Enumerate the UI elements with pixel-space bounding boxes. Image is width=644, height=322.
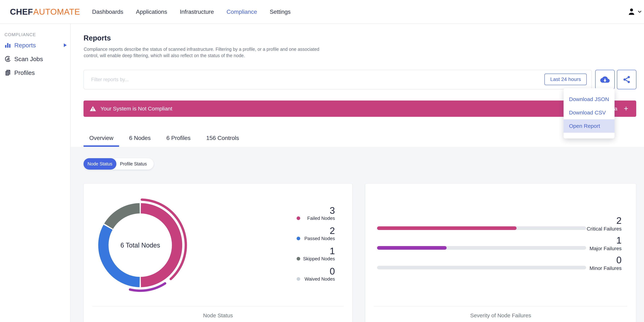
- compliance-banner: Your System is Not Compliant Add Data +: [84, 100, 636, 117]
- card-divider: [92, 306, 344, 306]
- severity-count: 1: [590, 235, 622, 245]
- nav-item-settings[interactable]: Settings: [270, 8, 291, 15]
- filter-row: Filter reports by... Last 24 hours: [84, 70, 636, 89]
- legend-label: Waived Nodes: [304, 276, 335, 282]
- nav-item-dashboards[interactable]: Dashboards: [92, 8, 124, 15]
- donut-center-label: 6 Total Nodes: [86, 242, 194, 249]
- main-nav: DashboardsApplicationsInfrastructureComp…: [92, 8, 303, 15]
- tab-overview[interactable]: Overview: [89, 135, 113, 147]
- sidebar: COMPLIANCE ReportsScan JobsProfiles: [0, 24, 71, 322]
- severity-caption: Severity of Node Failures: [365, 312, 636, 318]
- chef-automate-logo[interactable]: CHEF AUTOMATE: [10, 7, 80, 17]
- severity-bar-fill: [377, 226, 516, 230]
- legend-row: Waived Nodes: [296, 276, 335, 282]
- warning-triangle-icon: [90, 106, 96, 112]
- filter-placeholder: Filter reports by...: [91, 77, 129, 82]
- user-avatar-icon: [627, 8, 636, 16]
- nav-item-applications[interactable]: Applications: [136, 8, 167, 15]
- donut-segment-skipped-nodes[interactable]: [109, 208, 140, 226]
- overview-section: Node StatusProfile Status 6 Total Nodes …: [71, 147, 644, 322]
- tab-6-profiles[interactable]: 6 Profiles: [166, 135, 190, 147]
- bar-chart-icon: [4, 42, 12, 49]
- toggle-node-status[interactable]: Node Status: [84, 158, 116, 170]
- sidebar-item-label: Scan Jobs: [14, 56, 43, 62]
- share-icon: [622, 76, 631, 84]
- page-description: Compliance reports describe the status o…: [71, 46, 324, 59]
- main-content: Reports Compliance reports describe the …: [71, 24, 644, 322]
- share-button[interactable]: [617, 70, 636, 89]
- legend-row: Skipped Nodes: [296, 256, 335, 262]
- severity-bar-track-minor-failures: [377, 266, 586, 270]
- report-tabs: Overview6 Nodes6 Profiles156 Controls: [84, 135, 255, 147]
- legend-dot-skipped-nodes: [296, 257, 300, 260]
- donut-segment-passed-nodes[interactable]: [104, 227, 140, 282]
- legend-label: Failed Nodes: [307, 216, 335, 221]
- node-status-caption: Node Status: [84, 312, 352, 318]
- toggle-profile-status[interactable]: Profile Status: [116, 161, 154, 166]
- time-range-button[interactable]: Last 24 hours: [544, 74, 587, 85]
- severity-card: 2Critical Failures1Major Failures0Minor …: [365, 184, 636, 322]
- legend-count-skipped-nodes: 1: [296, 246, 335, 256]
- download-menu: Download JSONDownload CSVOpen Report: [564, 88, 614, 138]
- plus-icon: +: [624, 106, 628, 111]
- download-button[interactable]: [595, 70, 615, 89]
- severity-bar-track-critical-failures: [377, 226, 586, 230]
- node-status-card: 6 Total Nodes 3Failed Nodes2Passed Nodes…: [84, 184, 352, 322]
- status-toggle: Node StatusProfile Status: [84, 158, 154, 170]
- logo-chef: CHEF: [10, 7, 33, 17]
- legend-label: Skipped Nodes: [303, 256, 335, 262]
- tab-156-controls[interactable]: 156 Controls: [206, 135, 239, 147]
- severity-label: Minor Failures: [590, 265, 622, 272]
- sidebar-item-label: Reports: [14, 42, 36, 49]
- severity-count: 2: [587, 216, 622, 226]
- severity-label: Major Failures: [590, 245, 622, 252]
- sidebar-section-label: COMPLIANCE: [4, 32, 70, 37]
- documents-icon: [4, 69, 12, 76]
- filter-input[interactable]: Filter reports by... Last 24 hours: [84, 70, 592, 89]
- legend-row: Failed Nodes: [296, 216, 335, 221]
- nav-item-infrastructure[interactable]: Infrastructure: [180, 8, 214, 15]
- legend-dot-passed-nodes: [296, 237, 300, 240]
- menu-item-open-report[interactable]: Open Report: [564, 119, 614, 133]
- sidebar-item-reports[interactable]: Reports: [0, 38, 70, 52]
- legend-count-passed-nodes: 2: [296, 226, 335, 236]
- node-status-legend: 3Failed Nodes2Passed Nodes1Skipped Nodes…: [296, 206, 335, 286]
- severity-info-major-failures: 1Major Failures: [590, 235, 622, 252]
- nav-item-compliance[interactable]: Compliance: [226, 8, 257, 15]
- sidebar-item-scan-jobs[interactable]: Scan Jobs: [0, 52, 70, 66]
- severity-bar-fill: [377, 246, 446, 250]
- cloud-download-icon: [600, 75, 610, 84]
- user-menu[interactable]: [627, 8, 642, 16]
- sidebar-item-profiles[interactable]: Profiles: [0, 66, 70, 80]
- banner-message: Your System is Not Compliant: [100, 106, 172, 112]
- submenu-arrow-icon: [64, 44, 67, 47]
- legend-label: Passed Nodes: [304, 236, 335, 241]
- legend-count-waived-nodes: 0: [296, 266, 335, 276]
- top-nav: CHEF AUTOMATE DashboardsApplicationsInfr…: [0, 0, 644, 24]
- radar-icon: [4, 56, 12, 62]
- severity-label: Critical Failures: [587, 226, 622, 232]
- sidebar-item-label: Profiles: [14, 69, 35, 76]
- card-divider: [374, 306, 627, 306]
- overview-cards: 6 Total Nodes 3Failed Nodes2Passed Nodes…: [84, 184, 644, 322]
- sidebar-items: ReportsScan JobsProfiles: [0, 38, 70, 80]
- severity-count: 0: [590, 255, 622, 265]
- page-title: Reports: [71, 24, 644, 42]
- legend-dot-waived-nodes: [296, 277, 300, 281]
- legend-row: Passed Nodes: [296, 236, 335, 241]
- reports-header-section: Reports Compliance reports describe the …: [71, 24, 644, 147]
- legend-dot-failed-nodes: [296, 216, 300, 220]
- logo-automate: AUTOMATE: [33, 7, 80, 17]
- tab-6-nodes[interactable]: 6 Nodes: [129, 135, 150, 147]
- severity-bar-track-major-failures: [377, 246, 586, 250]
- menu-item-download-json[interactable]: Download JSON: [564, 92, 614, 106]
- legend-count-failed-nodes: 3: [296, 206, 335, 216]
- severity-info-minor-failures: 0Minor Failures: [590, 255, 622, 272]
- severity-info-critical-failures: 2Critical Failures: [587, 216, 622, 232]
- chevron-down-icon: [638, 11, 642, 13]
- menu-item-download-csv[interactable]: Download CSV: [564, 106, 614, 119]
